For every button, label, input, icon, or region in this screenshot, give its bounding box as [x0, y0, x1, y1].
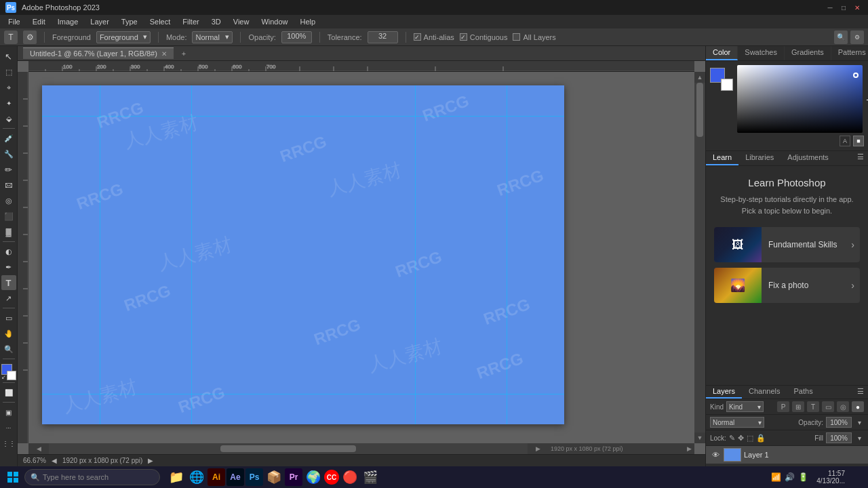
taskbar-app-ai[interactable]: Ai [208, 468, 225, 486]
menu-edit[interactable]: Edit [27, 16, 51, 27]
all-layers-checkbox[interactable] [513, 33, 520, 41]
menu-window[interactable]: Window [256, 16, 293, 27]
opacity-value[interactable]: 100% [826, 417, 852, 428]
taskbar-app-edge[interactable]: 🌐 [187, 468, 206, 487]
tab-patterns[interactable]: Patterns [831, 46, 868, 60]
blend-mode-dropdown[interactable]: Normal ▾ [710, 417, 764, 428]
scroll-down-btn[interactable]: ▼ [694, 432, 705, 443]
tolerance-input[interactable]: 32 [368, 31, 398, 43]
taskbar-app-pr[interactable]: Pr [285, 468, 302, 486]
taskbar-search[interactable]: 🔍 Type here to search [24, 469, 160, 485]
background-swatch[interactable] [721, 79, 733, 91]
lasso-tool[interactable]: ⌖ [1, 80, 16, 95]
filter-shape-btn[interactable]: ▭ [822, 401, 834, 412]
taskbar-clock[interactable]: 11:57 4/13/20... [814, 470, 848, 485]
shape-tool[interactable]: ▭ [1, 310, 16, 325]
menu-view[interactable]: View [228, 16, 255, 27]
filter-type-btn[interactable]: T [807, 401, 819, 412]
systray-volume-icon[interactable]: 🔊 [784, 472, 795, 483]
learn-card-fix-photo[interactable]: 🌄 Fix a photo › [714, 268, 860, 303]
learn-card-fundamental[interactable]: 🖼 Fundamental Skills › [714, 227, 860, 262]
taskbar-app-ps[interactable]: Ps [245, 468, 263, 486]
layer-item[interactable]: 👁 Layer 1 [706, 446, 868, 464]
vertical-scrollbar[interactable]: ▲ ▼ [694, 72, 705, 443]
scroll-arrow-right[interactable]: ▶ [684, 443, 694, 454]
lock-all-icon[interactable]: 🔒 [756, 434, 766, 443]
tool-drag-btn[interactable]: ⋮⋮ [1, 436, 16, 451]
taskbar-app-media[interactable]: 🎬 [361, 468, 380, 487]
show-desktop-btn[interactable] [849, 468, 865, 487]
background-color[interactable] [7, 371, 16, 380]
tab-libraries[interactable]: Libraries [738, 151, 781, 165]
marquee-tool[interactable]: ⬚ [1, 64, 16, 79]
tab-gradients[interactable]: Gradients [785, 46, 831, 60]
screen-mode-btn[interactable]: ▣ [1, 405, 16, 420]
scroll-thumb-v[interactable] [696, 83, 703, 137]
layers-menu-btn[interactable]: ☰ [853, 386, 868, 399]
history-brush-tool[interactable]: ◎ [1, 193, 16, 208]
foreground-dropdown[interactable]: Foreground ▾ [96, 31, 151, 43]
color-btn-1[interactable]: A [840, 136, 850, 146]
quick-select-tool[interactable]: ✦ [1, 96, 16, 110]
color-picker[interactable]: ↙ [1, 364, 16, 380]
tool-preset-icon[interactable]: T [4, 30, 18, 44]
taskbar-app-box[interactable]: 📦 [264, 468, 283, 487]
close-btn[interactable]: ✕ [852, 3, 863, 12]
hand-tool[interactable]: 🤚 [1, 326, 16, 341]
scroll-thumb-h[interactable] [220, 445, 356, 452]
start-button[interactable] [3, 468, 23, 487]
dodge-tool[interactable]: ◐ [1, 244, 16, 259]
tab-adjustments[interactable]: Adjustments [781, 151, 835, 165]
eyedropper-tool[interactable]: 💉 [1, 131, 16, 146]
canvas-tab-close[interactable]: ✕ [161, 50, 167, 58]
taskbar-app-earth[interactable]: 🌍 [304, 468, 323, 487]
filter-pixel-btn[interactable]: P [777, 401, 789, 412]
move-tool[interactable]: ↖ [1, 49, 16, 64]
taskbar-app-cc[interactable]: CC [324, 470, 339, 485]
color-btn-2[interactable]: ■ [853, 136, 864, 146]
menu-type[interactable]: Type [116, 16, 143, 27]
lock-artboard-icon[interactable]: ⬚ [747, 434, 753, 443]
scroll-left-btn[interactable]: ◀ [28, 443, 49, 454]
clone-tool[interactable]: 🖂 [1, 178, 16, 192]
status-arrow-right[interactable]: ▶ [148, 457, 153, 464]
new-tab-btn[interactable]: + [179, 49, 189, 58]
lock-position-icon[interactable]: ✥ [738, 434, 744, 443]
menu-select[interactable]: Select [144, 16, 176, 27]
path-select-tool[interactable]: ↗ [1, 291, 16, 306]
tab-learn[interactable]: Learn [706, 151, 738, 165]
canvas-content[interactable]: RRCG RRCG RRCG RRCG RRCG RRCG RRCG RRCG … [28, 72, 694, 443]
menu-help[interactable]: Help [295, 16, 321, 27]
filter-toggle-btn[interactable]: ● [852, 401, 864, 412]
taskbar-app-files[interactable]: 📁 [167, 468, 186, 487]
systray-battery-icon[interactable]: 🔋 [797, 472, 808, 483]
color-spectrum[interactable] [737, 65, 863, 133]
scroll-up-btn[interactable]: ▲ [694, 72, 705, 83]
menu-filter[interactable]: Filter [177, 16, 204, 27]
tab-layers[interactable]: Layers [706, 386, 742, 399]
opacity-input[interactable]: 100% [281, 31, 312, 43]
tab-channels[interactable]: Channels [742, 386, 787, 399]
options-icon-2[interactable]: ⚙ [23, 30, 37, 44]
pen-tool[interactable]: ✒ [1, 260, 16, 274]
fill-adjust-btn[interactable]: ▾ [854, 433, 864, 443]
lock-pixels-icon[interactable]: ✎ [729, 434, 735, 443]
fill-value[interactable]: 100% [826, 432, 852, 443]
tab-paths[interactable]: Paths [787, 386, 820, 399]
menu-3d[interactable]: 3D [206, 16, 226, 27]
systray-network-icon[interactable]: 📶 [770, 472, 781, 483]
taskbar-app-ae[interactable]: Ae [226, 468, 244, 486]
menu-image[interactable]: Image [52, 16, 84, 27]
kind-dropdown[interactable]: Kind ▾ [726, 401, 764, 412]
quick-mask-btn[interactable]: ⬜ [1, 385, 16, 400]
scroll-right-btn[interactable]: ▶ [528, 443, 548, 454]
minimize-btn[interactable]: ─ [825, 3, 835, 12]
learn-menu-btn[interactable]: ☰ [853, 151, 868, 165]
taskbar-app-red[interactable]: 🔴 [340, 468, 359, 487]
fg-bg-swatch[interactable] [710, 68, 733, 91]
canvas-image[interactable]: RRCG RRCG RRCG RRCG RRCG RRCG RRCG RRCG … [42, 85, 564, 424]
horizontal-scrollbar[interactable]: ◀ ▶ 1920 px x 1080 px (72 ppi) ▶ [28, 443, 694, 454]
maximize-btn[interactable]: □ [838, 3, 849, 12]
menu-layer[interactable]: Layer [85, 16, 115, 27]
type-tool[interactable]: T [1, 275, 16, 290]
